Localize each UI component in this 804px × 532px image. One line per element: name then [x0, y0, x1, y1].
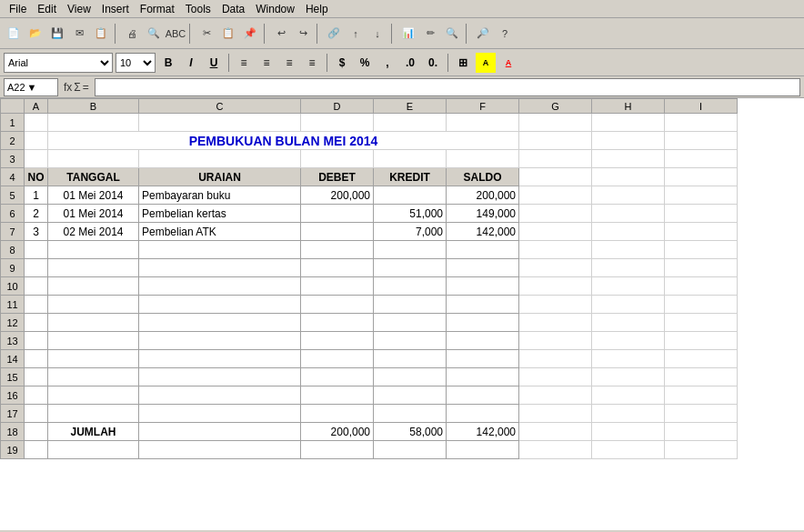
cell-h8[interactable]: [592, 241, 665, 259]
cell-d7[interactable]: [301, 223, 374, 241]
cell-e1[interactable]: [374, 114, 447, 132]
cell-h3[interactable]: [592, 150, 665, 168]
cell-b6[interactable]: 01 Mei 2014: [48, 205, 139, 223]
cell-b7[interactable]: 02 Mei 2014: [48, 223, 139, 241]
cell-c17[interactable]: [139, 405, 301, 423]
cell-g17[interactable]: [519, 405, 592, 423]
cell-e14[interactable]: [374, 350, 447, 368]
cell-g1[interactable]: [519, 114, 592, 132]
cell-a3[interactable]: [25, 150, 48, 168]
cell-a8[interactable]: [25, 241, 48, 259]
cell-i9[interactable]: [665, 259, 738, 277]
cell-i3[interactable]: [665, 150, 738, 168]
cell-f11[interactable]: [447, 296, 519, 314]
cell-i13[interactable]: [665, 332, 738, 350]
save-button[interactable]: 💾: [47, 24, 67, 44]
row-header-3[interactable]: 3: [1, 150, 25, 168]
cell-h1[interactable]: [592, 114, 665, 132]
row-header-12[interactable]: 12: [1, 314, 25, 332]
cell-h13[interactable]: [592, 332, 665, 350]
cell-f5[interactable]: 200,000: [447, 186, 519, 205]
menu-edit[interactable]: Edit: [32, 2, 62, 16]
col-header-c[interactable]: C: [139, 99, 301, 114]
cell-f1[interactable]: [447, 114, 519, 132]
percent-button[interactable]: %: [355, 53, 375, 73]
preview-button[interactable]: 🔍: [144, 24, 164, 44]
cell-g7[interactable]: [519, 223, 592, 241]
cell-f13[interactable]: [447, 332, 519, 350]
cell-c10[interactable]: [139, 277, 301, 296]
row-header-1[interactable]: 1: [1, 114, 25, 132]
cell-g3[interactable]: [519, 150, 592, 168]
cell-d13[interactable]: [301, 332, 374, 350]
find-button[interactable]: 🔍: [442, 24, 462, 44]
cell-d9[interactable]: [301, 259, 374, 277]
cell-f3[interactable]: [447, 150, 519, 168]
cell-g16[interactable]: [519, 386, 592, 405]
cell-g6[interactable]: [519, 205, 592, 223]
cell-reference[interactable]: A22 ▼: [4, 78, 58, 96]
font-name-select[interactable]: Arial: [4, 53, 113, 73]
cell-c18[interactable]: [139, 423, 301, 441]
cell-a11[interactable]: [25, 296, 48, 314]
chart-button[interactable]: 📊: [398, 24, 418, 44]
cell-i14[interactable]: [665, 350, 738, 368]
cell-b1[interactable]: [48, 114, 139, 132]
cell-b4-tanggal[interactable]: TANGGAL: [48, 168, 139, 186]
cell-a7[interactable]: 3: [25, 223, 48, 241]
cell-a2[interactable]: [25, 132, 48, 150]
cell-c3[interactable]: [139, 150, 301, 168]
cell-b12[interactable]: [48, 314, 139, 332]
row-header-13[interactable]: 13: [1, 332, 25, 350]
row-header-5[interactable]: 5: [1, 186, 25, 205]
cell-i8[interactable]: [665, 241, 738, 259]
cut-button[interactable]: ✂: [196, 24, 216, 44]
cell-h14[interactable]: [592, 350, 665, 368]
cell-h16[interactable]: [592, 386, 665, 405]
row-header-19[interactable]: 19: [1, 441, 25, 459]
redo-button[interactable]: ↪: [293, 24, 313, 44]
cell-g10[interactable]: [519, 277, 592, 296]
cell-d18-debet-total[interactable]: 200,000: [301, 423, 374, 441]
cell-i5[interactable]: [665, 186, 738, 205]
cell-e10[interactable]: [374, 277, 447, 296]
cell-h17[interactable]: [592, 405, 665, 423]
cell-i2[interactable]: [665, 132, 738, 150]
cell-h18[interactable]: [592, 423, 665, 441]
cell-a17[interactable]: [25, 405, 48, 423]
font-color-button[interactable]: A: [498, 53, 518, 73]
cell-b17[interactable]: [48, 405, 139, 423]
cell-i17[interactable]: [665, 405, 738, 423]
cell-a16[interactable]: [25, 386, 48, 405]
decrease-decimal-button[interactable]: 0.: [423, 53, 443, 73]
align-left-button[interactable]: ≡: [234, 53, 254, 73]
cell-i10[interactable]: [665, 277, 738, 296]
new-button[interactable]: 📄: [4, 24, 24, 44]
bg-color-button[interactable]: A: [476, 53, 496, 73]
sort-desc-button[interactable]: ↓: [367, 24, 387, 44]
cell-c5[interactable]: Pembayaran buku: [139, 186, 301, 205]
cell-g19[interactable]: [519, 441, 592, 459]
col-header-b[interactable]: B: [48, 99, 139, 114]
cell-h11[interactable]: [592, 296, 665, 314]
cell-i15[interactable]: [665, 368, 738, 386]
cell-f12[interactable]: [447, 314, 519, 332]
cell-c13[interactable]: [139, 332, 301, 350]
cell-f9[interactable]: [447, 259, 519, 277]
row-header-10[interactable]: 10: [1, 277, 25, 296]
col-header-g[interactable]: G: [519, 99, 592, 114]
cell-b14[interactable]: [48, 350, 139, 368]
sigma-icon[interactable]: Σ: [74, 81, 80, 94]
cell-i16[interactable]: [665, 386, 738, 405]
col-header-h[interactable]: H: [592, 99, 665, 114]
cell-g9[interactable]: [519, 259, 592, 277]
row-header-14[interactable]: 14: [1, 350, 25, 368]
row-header-15[interactable]: 15: [1, 368, 25, 386]
cell-d11[interactable]: [301, 296, 374, 314]
menu-data[interactable]: Data: [216, 2, 250, 16]
cell-b11[interactable]: [48, 296, 139, 314]
cell-e3[interactable]: [374, 150, 447, 168]
cell-c8[interactable]: [139, 241, 301, 259]
paste-button[interactable]: 📌: [240, 24, 260, 44]
cell-d14[interactable]: [301, 350, 374, 368]
